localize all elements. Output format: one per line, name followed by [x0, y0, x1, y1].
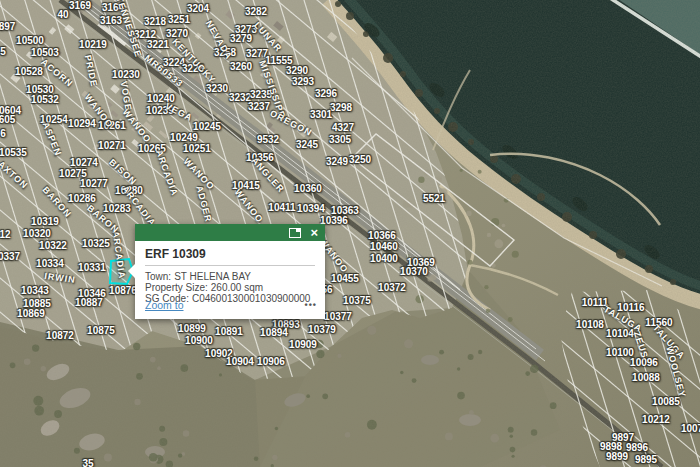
popup-divider — [145, 265, 315, 266]
parcel-info-popup: × ERF 10309 Town:ST HELENA BAY Property … — [135, 224, 325, 319]
aerial-imagery — [0, 0, 700, 467]
popup-row-town: Town:ST HELENA BAY — [145, 271, 315, 282]
zoom-to-link[interactable]: Zoom to — [145, 299, 184, 311]
town-value: ST HELENA BAY — [174, 271, 251, 282]
popup-title: ERF 10309 — [145, 247, 315, 261]
map-canvas[interactable]: 3169403164316332183251320432823273327932… — [0, 0, 700, 467]
popup-row-size: Property Size:260.00 sqm — [145, 282, 315, 293]
more-options-button[interactable]: ••• — [305, 300, 317, 310]
property-size-label: Property Size: — [145, 282, 208, 293]
dock-icon[interactable] — [289, 228, 301, 238]
popup-body: ERF 10309 Town:ST HELENA BAY Property Si… — [135, 241, 325, 315]
terrain-noise — [0, 0, 700, 467]
popup-pointer — [128, 264, 135, 278]
popup-header: × — [135, 224, 325, 241]
property-size-value: 260.00 sqm — [211, 282, 263, 293]
popup-footer: Zoom to ••• — [145, 299, 317, 311]
close-icon[interactable]: × — [310, 228, 318, 238]
town-label: Town: — [145, 271, 171, 282]
